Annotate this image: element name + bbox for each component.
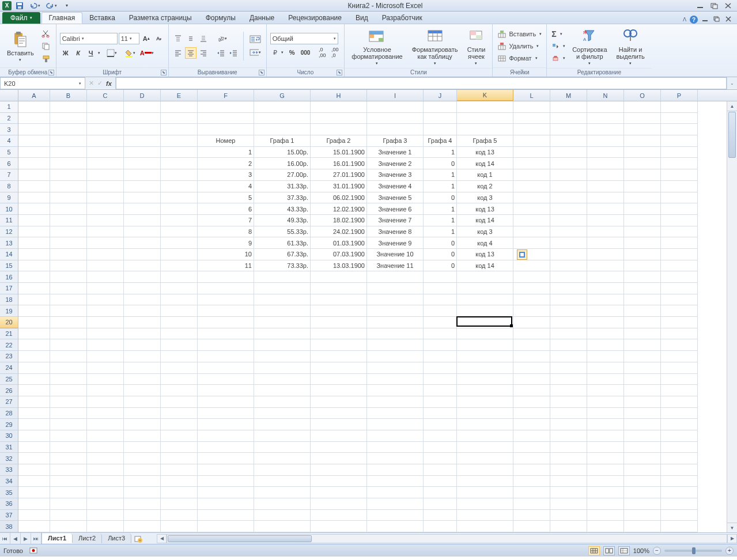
cell-G36[interactable]: [254, 498, 311, 510]
cell-D36[interactable]: [124, 498, 161, 510]
cell-K5[interactable]: код 13: [457, 147, 513, 158]
cell-A12[interactable]: [18, 226, 50, 238]
row-header-31[interactable]: 31: [0, 442, 18, 453]
cell-B12[interactable]: [50, 226, 87, 238]
clipboard-dialog-launcher[interactable]: ⬊: [48, 70, 54, 75]
cell-D2[interactable]: [124, 113, 161, 124]
cell-M3[interactable]: [550, 124, 587, 135]
cell-N21[interactable]: [587, 328, 624, 340]
cell-E11[interactable]: [161, 215, 198, 226]
cell-I30[interactable]: [367, 430, 424, 442]
cell-G19[interactable]: [254, 305, 311, 317]
cell-G8[interactable]: 31.33р.: [254, 181, 311, 192]
cell-P26[interactable]: [661, 385, 698, 396]
cell-A3[interactable]: [18, 124, 50, 135]
cell-O16[interactable]: [624, 271, 661, 283]
cell-H20[interactable]: [311, 317, 367, 328]
row-header-3[interactable]: 3: [0, 124, 18, 135]
cell-L10[interactable]: [513, 203, 550, 215]
decrease-font-button[interactable]: A▾: [153, 33, 165, 44]
cell-P27[interactable]: [661, 396, 698, 408]
cell-I35[interactable]: [367, 487, 424, 498]
cell-O30[interactable]: [624, 430, 661, 442]
cell-N14[interactable]: [587, 249, 624, 260]
zoom-out-button[interactable]: −: [653, 547, 661, 555]
qat-redo-button[interactable]: ▾: [44, 0, 59, 12]
sheet-tab-2[interactable]: Лист3: [102, 533, 131, 543]
cell-F36[interactable]: [198, 498, 254, 510]
cell-H1[interactable]: [311, 101, 367, 113]
cell-B32[interactable]: [50, 453, 87, 464]
row-header-21[interactable]: 21: [0, 328, 18, 340]
cell-B21[interactable]: [50, 328, 87, 340]
cell-O31[interactable]: [624, 442, 661, 453]
cell-J13[interactable]: 0: [424, 237, 457, 249]
cell-G11[interactable]: 49.33р.: [254, 215, 311, 226]
cell-H6[interactable]: 16.01.1900: [311, 158, 367, 169]
cell-N17[interactable]: [587, 283, 624, 294]
sheet-nav-next[interactable]: ▶: [21, 533, 31, 544]
cell-L7[interactable]: [513, 169, 550, 181]
cell-A16[interactable]: [18, 271, 50, 283]
cell-L4[interactable]: [513, 135, 550, 147]
normal-view-button[interactable]: [588, 546, 600, 555]
cell-J3[interactable]: [424, 124, 457, 135]
cell-E6[interactable]: [161, 158, 198, 169]
cell-F34[interactable]: [198, 476, 254, 487]
cell-H16[interactable]: [311, 271, 367, 283]
cell-O13[interactable]: [624, 237, 661, 249]
cell-K37[interactable]: [457, 510, 513, 521]
cell-O21[interactable]: [624, 328, 661, 340]
cell-O8[interactable]: [624, 181, 661, 192]
row-header-28[interactable]: 28: [0, 408, 18, 419]
cell-G6[interactable]: 16.00р.: [254, 158, 311, 169]
cell-J16[interactable]: [424, 271, 457, 283]
cell-F17[interactable]: [198, 283, 254, 294]
cell-P25[interactable]: [661, 374, 698, 385]
cell-B26[interactable]: [50, 385, 87, 396]
cell-H25[interactable]: [311, 374, 367, 385]
cell-E18[interactable]: [161, 294, 198, 306]
cell-N38[interactable]: [587, 521, 624, 532]
cell-O10[interactable]: [624, 203, 661, 215]
cell-K17[interactable]: [457, 283, 513, 294]
cell-P18[interactable]: [661, 294, 698, 306]
cell-M7[interactable]: [550, 169, 587, 181]
cell-M28[interactable]: [550, 408, 587, 419]
cell-I27[interactable]: [367, 396, 424, 408]
cell-A31[interactable]: [18, 442, 50, 453]
cell-K6[interactable]: код 14: [457, 158, 513, 169]
cell-B38[interactable]: [50, 521, 87, 532]
cell-A28[interactable]: [18, 408, 50, 419]
cell-M4[interactable]: [550, 135, 587, 147]
cell-F23[interactable]: [198, 351, 254, 362]
cell-A26[interactable]: [18, 385, 50, 396]
cell-K27[interactable]: [457, 396, 513, 408]
row-header-20[interactable]: 20: [0, 317, 18, 328]
cell-A10[interactable]: [18, 203, 50, 215]
cell-J37[interactable]: [424, 510, 457, 521]
cell-K12[interactable]: код 3: [457, 226, 513, 238]
cell-I17[interactable]: [367, 283, 424, 294]
row-header-4[interactable]: 4: [0, 135, 18, 147]
cell-I32[interactable]: [367, 453, 424, 464]
format-as-table-button[interactable]: Форматировать как таблицу▾: [409, 25, 462, 67]
cell-G2[interactable]: [254, 113, 311, 124]
spreadsheet-grid[interactable]: ABCDEFGHIJKLMNOP 12345678910111213141516…: [0, 90, 737, 532]
cell-A2[interactable]: [18, 113, 50, 124]
ribbon-tab-6[interactable]: Вид: [349, 12, 375, 24]
cell-J23[interactable]: [424, 351, 457, 362]
column-header-M[interactable]: M: [550, 90, 587, 101]
cell-N15[interactable]: [587, 260, 624, 272]
cell-E3[interactable]: [161, 124, 198, 135]
row-header-19[interactable]: 19: [0, 305, 18, 317]
cell-B36[interactable]: [50, 498, 87, 510]
qat-undo-button[interactable]: ▾: [28, 0, 42, 12]
column-header-A[interactable]: A: [18, 90, 50, 101]
cell-J35[interactable]: [424, 487, 457, 498]
cell-I29[interactable]: [367, 419, 424, 430]
cell-I23[interactable]: [367, 351, 424, 362]
cell-L38[interactable]: [513, 521, 550, 532]
cell-O32[interactable]: [624, 453, 661, 464]
cell-M1[interactable]: [550, 101, 587, 113]
